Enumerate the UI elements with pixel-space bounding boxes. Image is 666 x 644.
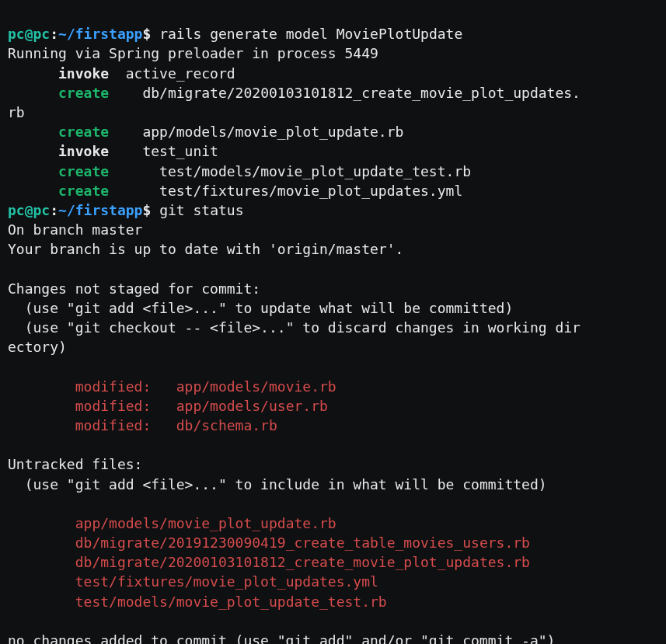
prompt-user: pc (8, 202, 25, 218)
rails-create-migration-wrap: rb (8, 104, 25, 120)
create-keyword: create (58, 124, 109, 140)
prompt-dollar: $ (142, 202, 159, 218)
prompt-path: ~/firstapp (58, 26, 142, 42)
prompt-colon: : (50, 26, 58, 42)
git-untracked-file: test/fixtures/movie_plot_updates.yml (8, 573, 378, 590)
rails-create-migration: create db/migrate/20200103101812_create_… (8, 85, 581, 101)
git-branch-line: On branch master (8, 221, 142, 238)
git-help-add: (use "git add <file>..." to update what … (8, 300, 513, 316)
prompt-at: @ (25, 202, 33, 218)
create-keyword: create (58, 85, 109, 101)
git-modified-file: modified: app/models/movie.rb (8, 378, 336, 395)
rails-invoke-active-record: invoke active_record (8, 65, 235, 82)
prompt-user: pc (8, 26, 25, 42)
create-keyword: create (58, 183, 109, 199)
command-git-status: git status (159, 202, 243, 218)
git-untracked-file: db/migrate/20191230090419_create_table_m… (8, 534, 530, 551)
git-modified-file: modified: app/models/user.rb (8, 398, 328, 414)
git-untracked-file: test/models/movie_plot_update_test.rb (8, 594, 387, 610)
prompt-line-2: pc@pc:~/firstapp$ git status (8, 202, 244, 218)
prompt-dollar: $ (142, 26, 159, 42)
invoke-keyword: invoke (58, 65, 109, 82)
prompt-colon: : (50, 202, 58, 218)
spring-preloader-line: Running via Spring preloader in process … (8, 45, 378, 61)
git-help-include: (use "git add <file>..." to include in w… (8, 476, 547, 493)
git-untracked-header: Untracked files: (8, 456, 142, 472)
command-rails-generate: rails generate model MoviePlotUpdate (159, 26, 462, 42)
rails-create-fixture: create test/fixtures/movie_plot_updates.… (8, 183, 462, 199)
create-keyword: create (58, 163, 109, 179)
rails-create-test: create test/models/movie_plot_update_tes… (8, 163, 471, 179)
git-help-checkout-wrap: ectory) (8, 339, 67, 355)
prompt-line-1: pc@pc:~/firstapp$ rails generate model M… (8, 26, 462, 42)
invoke-keyword: invoke (58, 143, 109, 159)
git-help-checkout: (use "git checkout -- <file>..." to disc… (8, 319, 581, 336)
git-untracked-file: app/models/movie_plot_update.rb (8, 515, 336, 531)
rails-invoke-test-unit: invoke test_unit (8, 143, 218, 159)
git-modified-file: modified: db/schema.rb (8, 417, 277, 433)
git-untracked-file: db/migrate/20200103101812_create_movie_p… (8, 554, 530, 570)
prompt-host: pc (33, 202, 51, 218)
prompt-host: pc (33, 26, 51, 42)
rails-create-model: create app/models/movie_plot_update.rb (8, 124, 403, 140)
git-changes-header: Changes not staged for commit: (8, 280, 260, 297)
git-uptodate-line: Your branch is up to date with 'origin/m… (8, 241, 403, 257)
prompt-path: ~/firstapp (58, 202, 142, 218)
prompt-at: @ (25, 26, 33, 42)
git-footer: no changes added to commit (use "git add… (8, 632, 555, 644)
terminal[interactable]: pc@pc:~/firstapp$ rails generate model M… (0, 0, 666, 644)
